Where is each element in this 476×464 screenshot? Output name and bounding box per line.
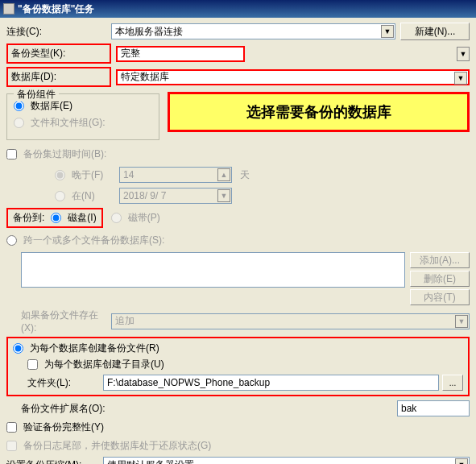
dest-disk-radio-input[interactable] <box>51 213 61 223</box>
backup-type-value: 完整 <box>121 47 140 60</box>
per-db-create-radio[interactable]: 为每个数据库创建备份文件(R) <box>13 342 463 355</box>
connection-label: 连接(C): <box>6 25 111 39</box>
backup-components-legend: 备份组件 <box>14 88 59 102</box>
expire-on-radio-input <box>55 191 65 201</box>
expire-after-value: 14 ▲ <box>119 167 232 183</box>
chevron-down-icon: ▼ <box>217 189 230 202</box>
backup-components-group: 备份组件 数据库(E) 文件和文件组(G): <box>6 93 159 140</box>
browse-folder-button[interactable]: ... <box>442 375 463 391</box>
expire-check-input[interactable] <box>6 149 17 160</box>
dest-tape-radio: 磁带(P) <box>111 211 160 225</box>
title-bar: "备份数据库"任务 <box>0 0 476 18</box>
component-files-radio: 文件和文件组(G): <box>14 116 152 130</box>
if-exists-label: 如果备份文件存在(X): <box>6 309 111 334</box>
expire-on-value: 2018/ 9/ 7 ▼ <box>119 188 232 204</box>
database-label: 数据库(D): <box>6 67 111 87</box>
chevron-down-icon: ▼ <box>455 315 468 328</box>
contents-button: 内容(T) <box>410 289 470 305</box>
expire-check[interactable]: 备份集过期时间(B): <box>6 147 106 161</box>
window-title: "备份数据库"任务 <box>18 2 94 16</box>
folder-textbox[interactable]: F:\database_NOPWS_Phone_backup <box>103 375 439 391</box>
add-file-button: 添加(A)... <box>410 252 470 268</box>
backup-type-combo[interactable]: 完整 <box>116 46 245 62</box>
chevron-down-icon[interactable]: ▼ <box>381 25 394 38</box>
backup-to-box: 备份到: 磁盘(I) <box>6 208 103 228</box>
spinner-icon: ▲ <box>217 168 230 181</box>
ext-label: 备份文件扩展名(O): <box>6 402 143 416</box>
connection-combo[interactable]: 本地服务器连接 ▼ <box>111 23 395 39</box>
callout-box: 选择需要备份的数据库 <box>168 92 470 132</box>
component-database-radio-input[interactable] <box>14 101 24 111</box>
days-suffix: 天 <box>240 168 250 182</box>
client-area: 连接(C): 本地服务器连接 ▼ 新建(N)... 备份类型(K): 完整 ▼ … <box>0 18 476 464</box>
per-db-subdir-check-input[interactable] <box>27 359 38 370</box>
app-icon <box>3 3 14 14</box>
folder-label: 文件夹(L): <box>13 376 103 390</box>
chevron-down-icon[interactable]: ▼ <box>455 458 468 464</box>
across-files-radio[interactable]: 跨一个或多个文件备份数据库(S): <box>6 234 164 247</box>
per-db-box: 为每个数据库创建备份文件(R) 为每个数据库创建子目录(U) 文件夹(L): F… <box>6 337 470 396</box>
remove-file-button: 删除(E) <box>410 271 470 287</box>
component-files-radio-input <box>14 118 24 128</box>
connection-value: 本地服务器连接 <box>115 25 183 39</box>
expire-on-radio: 在(N) <box>55 189 119 203</box>
expire-after-radio: 晚于(F) <box>55 168 119 182</box>
new-connection-button[interactable]: 新建(N)... <box>400 23 470 40</box>
database-value: 特定数据库 <box>121 70 169 84</box>
chevron-down-icon[interactable]: ▼ <box>454 72 467 85</box>
backup-files-listbox[interactable] <box>21 252 405 288</box>
dest-disk-radio[interactable]: 磁盘(I) <box>51 211 96 225</box>
expire-after-radio-input <box>55 170 65 180</box>
dest-tape-radio-input <box>111 213 122 223</box>
backup-to-label: 备份到: <box>13 211 44 225</box>
across-files-radio-input[interactable] <box>6 235 17 246</box>
tail-log-check: 备份日志尾部，并使数据库处于还原状态(G) <box>6 439 470 453</box>
verify-check[interactable]: 验证备份完整性(Y) <box>6 420 470 434</box>
backup-type-label: 备份类型(K): <box>6 44 111 64</box>
ext-textbox[interactable]: bak <box>397 400 470 416</box>
tail-log-check-input <box>6 441 17 451</box>
per-db-create-radio-input[interactable] <box>13 343 23 354</box>
verify-check-input[interactable] <box>6 422 17 433</box>
per-db-subdir-check[interactable]: 为每个数据库创建子目录(U) <box>13 358 463 371</box>
if-exists-combo: 追加 ▼ <box>111 313 470 329</box>
database-combo[interactable]: 特定数据库 ▼ <box>116 69 470 85</box>
chevron-down-icon[interactable]: ▼ <box>457 47 470 61</box>
compress-label: 设置备份压缩(M): <box>6 458 103 465</box>
compress-combo[interactable]: 使用默认服务器设置 ▼ <box>103 457 470 464</box>
